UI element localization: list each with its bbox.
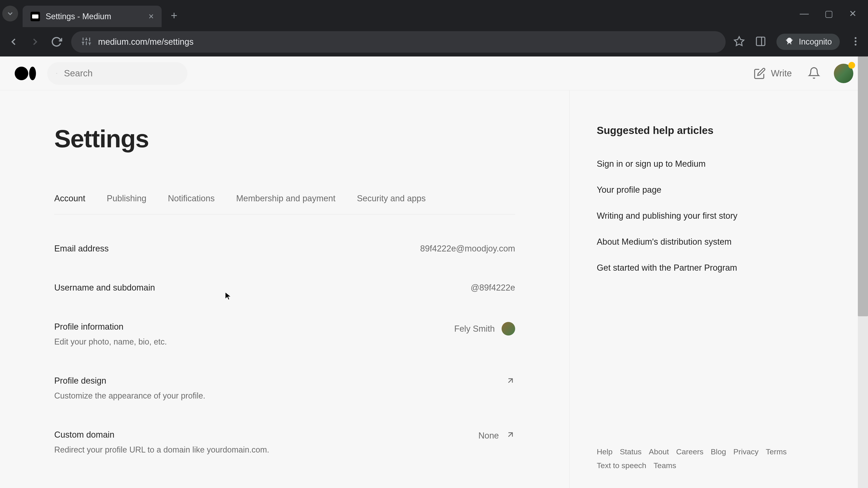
footer-blog[interactable]: Blog — [711, 447, 726, 456]
url-text: medium.com/me/settings — [98, 37, 193, 47]
help-link-partner[interactable]: Get started with the Partner Program — [597, 263, 807, 273]
tab-membership[interactable]: Membership and payment — [236, 194, 336, 203]
profile-design-label: Profile design — [54, 376, 205, 386]
setting-custom-domain[interactable]: Custom domain Redirect your profile URL … — [54, 430, 515, 455]
help-link-distribution[interactable]: About Medium's distribution system — [597, 237, 807, 247]
tab-notifications[interactable]: Notifications — [168, 194, 215, 203]
external-link-icon — [506, 376, 515, 387]
search-input[interactable] — [64, 68, 178, 78]
write-label: Write — [771, 68, 792, 78]
browser-toolbar: medium.com/me/settings Incognito — [0, 27, 868, 57]
footer-privacy[interactable]: Privacy — [733, 447, 758, 456]
search-box[interactable] — [47, 62, 187, 85]
tab-security[interactable]: Security and apps — [357, 194, 426, 203]
footer-teams[interactable]: Teams — [653, 461, 676, 470]
svg-line-18 — [508, 433, 513, 437]
bookmark-button[interactable] — [734, 36, 745, 48]
setting-profile-design[interactable]: Profile design Customize the appearance … — [54, 376, 515, 400]
footer-terms[interactable]: Terms — [766, 447, 787, 456]
user-avatar[interactable] — [834, 64, 853, 83]
custom-domain-label: Custom domain — [54, 430, 269, 440]
profile-info-value: Fely Smith — [454, 324, 495, 334]
username-value: @89f4222e — [471, 283, 515, 293]
tab-search-dropdown[interactable] — [2, 6, 18, 22]
email-label: Email address — [54, 244, 109, 254]
svg-point-12 — [855, 37, 857, 39]
medium-logo[interactable] — [15, 67, 36, 80]
footer-tts[interactable]: Text to speech — [597, 461, 646, 470]
profile-design-desc: Customize the appearance of your profile… — [54, 391, 205, 400]
footer-help[interactable]: Help — [597, 447, 613, 456]
footer-careers[interactable]: Careers — [676, 447, 704, 456]
forward-button[interactable] — [28, 35, 42, 48]
svg-marker-9 — [735, 37, 744, 46]
sidebar: Suggested help articles Sign in or sign … — [569, 90, 830, 488]
email-value: 89f4222e@moodjoy.com — [420, 244, 515, 254]
site-settings-icon[interactable] — [81, 36, 91, 47]
setting-profile-info[interactable]: Profile information Edit your photo, nam… — [54, 322, 515, 347]
footer-about[interactable]: About — [649, 447, 669, 456]
tab-favicon — [31, 12, 40, 21]
bell-icon — [808, 67, 820, 79]
profile-info-label: Profile information — [54, 322, 167, 332]
profile-info-desc: Edit your photo, name, bio, etc. — [54, 337, 167, 347]
svg-line-16 — [57, 73, 57, 74]
write-button[interactable]: Write — [754, 67, 792, 79]
maximize-button[interactable]: ▢ — [825, 8, 833, 19]
setting-email[interactable]: Email address 89f4222e@moodjoy.com — [54, 244, 515, 254]
page-title: Settings — [54, 124, 515, 153]
custom-domain-value: None — [478, 431, 499, 441]
browser-chrome: Settings - Medium × + — ▢ ✕ medium.com/m… — [0, 0, 868, 57]
tab-account[interactable]: Account — [54, 194, 85, 203]
incognito-label: Incognito — [799, 37, 832, 46]
new-tab-button[interactable]: + — [170, 9, 177, 22]
footer-status[interactable]: Status — [620, 447, 642, 456]
sidebar-title: Suggested help articles — [597, 124, 807, 136]
help-link-writing[interactable]: Writing and publishing your first story — [597, 211, 807, 221]
content: Settings Account Publishing Notification… — [0, 90, 868, 488]
notifications-button[interactable] — [808, 67, 820, 80]
username-label: Username and subdomain — [54, 283, 155, 293]
svg-point-15 — [57, 73, 57, 74]
minimize-button[interactable]: — — [800, 8, 809, 19]
reload-button[interactable] — [50, 35, 63, 48]
incognito-badge[interactable]: Incognito — [776, 34, 840, 50]
side-panel-button[interactable] — [755, 36, 766, 48]
tab-publishing[interactable]: Publishing — [107, 194, 146, 203]
tab-title: Settings - Medium — [46, 12, 111, 21]
svg-line-17 — [508, 379, 513, 383]
profile-mini-avatar — [502, 322, 515, 335]
help-link-signin[interactable]: Sign in or sign up to Medium — [597, 159, 807, 169]
member-star-icon — [848, 62, 855, 69]
browser-tab[interactable]: Settings - Medium × — [23, 6, 162, 27]
search-icon — [56, 68, 57, 79]
footer-links: Help Status About Careers Blog Privacy T… — [597, 447, 807, 488]
close-window-button[interactable]: ✕ — [849, 8, 857, 19]
url-bar[interactable]: medium.com/me/settings — [71, 31, 725, 53]
help-links: Sign in or sign up to Medium Your profil… — [597, 159, 807, 273]
scrollbar-thumb[interactable] — [858, 57, 868, 316]
scrollbar-track[interactable] — [858, 57, 868, 488]
browser-menu-button[interactable] — [850, 36, 861, 48]
page: Write Settings Account Publishing Notifi… — [0, 57, 868, 488]
tab-close-button[interactable]: × — [149, 11, 154, 22]
help-link-profile[interactable]: Your profile page — [597, 185, 807, 195]
window-controls: — ▢ ✕ — [800, 8, 868, 19]
custom-domain-desc: Redirect your profile URL to a domain li… — [54, 445, 269, 455]
svg-point-13 — [855, 40, 857, 42]
svg-rect-10 — [756, 37, 765, 46]
main-panel: Settings Account Publishing Notification… — [0, 90, 569, 488]
tab-strip: Settings - Medium × + — ▢ ✕ — [0, 0, 868, 27]
back-button[interactable] — [7, 35, 20, 48]
settings-tabs: Account Publishing Notifications Members… — [54, 194, 515, 215]
write-icon — [754, 67, 766, 79]
svg-point-14 — [855, 43, 857, 45]
external-link-icon — [506, 430, 515, 442]
medium-header: Write — [0, 57, 868, 90]
setting-username[interactable]: Username and subdomain @89f4222e — [54, 283, 515, 293]
